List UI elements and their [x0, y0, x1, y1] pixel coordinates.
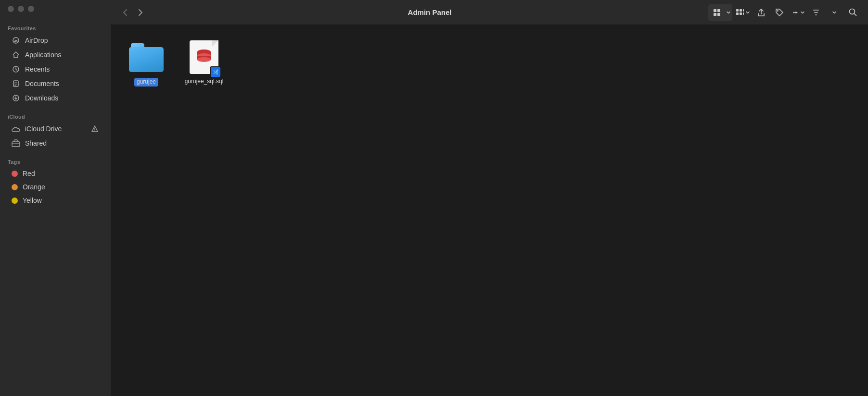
file-area: gurujee — [111, 25, 868, 396]
toolbar-actions — [708, 4, 860, 21]
sort-button[interactable] — [808, 5, 824, 20]
svg-point-20 — [796, 12, 797, 13]
toolbar-title: Admin Panel — [155, 8, 704, 16]
sidebar-item-downloads[interactable]: Downloads — [4, 91, 107, 105]
svg-rect-11 — [736, 9, 739, 12]
svg-rect-7 — [714, 9, 716, 12]
svg-rect-6 — [12, 142, 20, 147]
toolbar: Admin Panel — [111, 0, 868, 25]
search-button[interactable] — [845, 5, 860, 20]
svg-rect-8 — [717, 9, 720, 12]
icon-view-button[interactable] — [709, 5, 725, 20]
sidebar-item-shared[interactable]: Shared — [4, 136, 107, 150]
more-options-button[interactable] — [790, 5, 805, 20]
svg-rect-14 — [740, 12, 742, 15]
folder-icon — [129, 43, 164, 72]
favourites-section-label: Favourites — [0, 22, 111, 33]
toolbar-nav — [118, 6, 147, 19]
svg-point-1 — [15, 41, 17, 43]
sidebar-item-airdrop-label: AirDrop — [25, 37, 48, 44]
sidebar-item-tag-yellow[interactable]: Yellow — [4, 194, 107, 207]
svg-rect-9 — [714, 13, 716, 16]
sql-icon-wrapper — [185, 40, 223, 75]
svg-point-5 — [94, 130, 95, 131]
orange-tag-dot — [12, 184, 18, 190]
file-item-gurujee-sql[interactable]: gurujee_sql.sql — [180, 37, 228, 90]
sidebar-item-shared-label: Shared — [25, 139, 47, 147]
sidebar-item-icloud-drive[interactable]: iCloud Drive — [4, 122, 107, 136]
close-button[interactable] — [8, 6, 14, 12]
svg-point-17 — [777, 10, 779, 12]
sidebar-item-airdrop[interactable]: AirDrop — [4, 34, 107, 47]
sidebar: Favourites AirDrop Applications — [0, 0, 111, 396]
back-button[interactable] — [118, 6, 132, 19]
sql-db-graphic — [195, 47, 213, 67]
group-chevron-icon — [745, 10, 750, 15]
view-toggle[interactable] — [708, 4, 732, 21]
forward-button[interactable] — [134, 6, 147, 19]
file-item-gurujee-folder[interactable]: gurujee — [122, 37, 170, 90]
group-button[interactable] — [735, 5, 751, 20]
tag-button[interactable] — [772, 5, 787, 20]
sidebar-item-tag-red[interactable]: Red — [4, 167, 107, 180]
sidebar-item-documents-label: Documents — [25, 80, 59, 87]
sort-chevron-button[interactable] — [827, 5, 842, 20]
icloud-drive-label: iCloud Drive — [25, 125, 62, 133]
icloud-drive-left: iCloud Drive — [12, 124, 62, 133]
svg-point-26 — [197, 57, 211, 62]
file-name-gurujee: gurujee — [134, 78, 158, 87]
icloud-warning-icon — [90, 124, 99, 133]
sql-file-icon — [190, 40, 218, 75]
shared-icon — [12, 139, 20, 148]
svg-rect-16 — [743, 12, 744, 15]
recents-icon — [12, 65, 20, 74]
file-name-gurujee-sql: gurujee_sql.sql — [185, 78, 224, 86]
view-chevron-icon — [726, 10, 731, 15]
vscode-badge — [210, 66, 221, 78]
svg-rect-12 — [736, 12, 739, 15]
icloud-icon — [12, 124, 20, 133]
folder-body — [129, 47, 164, 72]
applications-icon — [12, 50, 20, 59]
red-tag-dot — [12, 171, 18, 177]
downloads-icon — [12, 94, 20, 102]
main-content: Admin Panel — [111, 0, 868, 396]
sidebar-item-recents[interactable]: Recents — [4, 62, 107, 76]
sidebar-item-downloads-label: Downloads — [25, 94, 58, 102]
tags-section-label: Tags — [0, 155, 111, 167]
folder-icon-wrapper — [127, 40, 166, 75]
sidebar-item-applications[interactable]: Applications — [4, 48, 107, 62]
icloud-section-label: iCloud — [0, 110, 111, 122]
red-tag-label: Red — [23, 170, 35, 177]
more-chevron-icon — [800, 10, 805, 15]
documents-icon — [12, 79, 20, 88]
svg-point-18 — [793, 12, 794, 13]
yellow-tag-label: Yellow — [23, 197, 42, 204]
sidebar-item-tag-orange[interactable]: Orange — [4, 181, 107, 193]
orange-tag-label: Orange — [23, 183, 45, 191]
sidebar-item-documents[interactable]: Documents — [4, 77, 107, 90]
share-button[interactable] — [753, 5, 769, 20]
svg-point-19 — [794, 12, 796, 13]
svg-rect-15 — [743, 9, 744, 12]
traffic-lights — [0, 6, 111, 22]
sql-corner — [212, 40, 218, 47]
sidebar-item-recents-label: Recents — [25, 65, 50, 73]
yellow-tag-dot — [12, 198, 18, 204]
sidebar-item-applications-label: Applications — [25, 51, 62, 59]
minimize-button[interactable] — [18, 6, 24, 12]
svg-rect-13 — [740, 9, 742, 12]
svg-rect-10 — [717, 13, 720, 16]
airdrop-icon — [12, 36, 20, 45]
maximize-button[interactable] — [28, 6, 34, 12]
